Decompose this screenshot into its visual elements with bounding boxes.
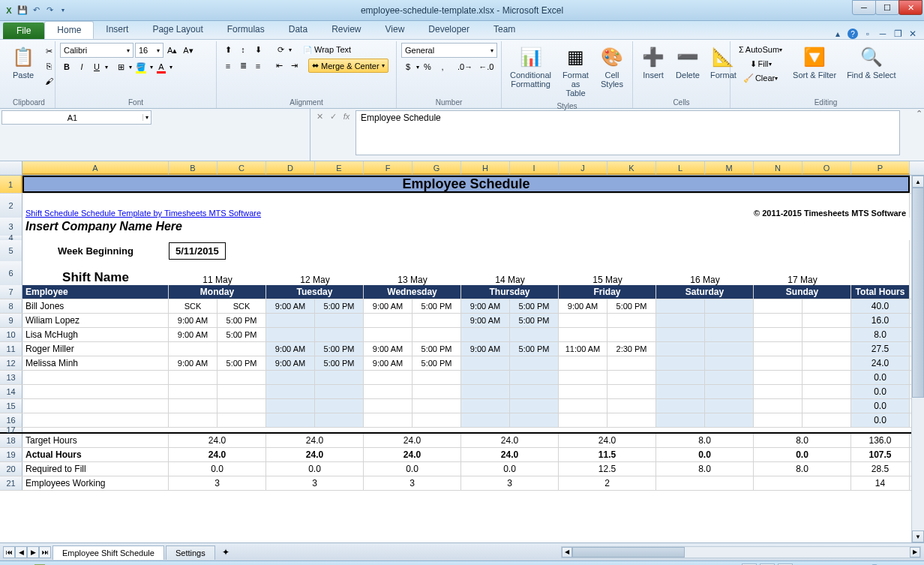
decrease-decimal-icon[interactable]: ←.0 <box>476 60 496 74</box>
time-cell[interactable] <box>754 399 802 413</box>
doc-minimize-icon[interactable]: ─ <box>878 29 888 39</box>
summary-value[interactable]: 8.0 <box>656 462 754 476</box>
copy-icon[interactable]: ⎘ <box>42 59 56 73</box>
ribbon-tab-developer[interactable]: Developer <box>416 21 482 39</box>
summary-value[interactable] <box>754 476 851 490</box>
row-header[interactable]: 5 <box>0 240 22 261</box>
decrease-indent-icon[interactable]: ⇤ <box>272 59 286 73</box>
time-cell[interactable] <box>656 356 705 370</box>
time-cell[interactable] <box>364 399 412 413</box>
time-cell[interactable] <box>559 356 608 370</box>
time-cell[interactable] <box>705 385 754 398</box>
time-cell[interactable]: 9:00 AM <box>364 342 412 356</box>
scroll-right-icon[interactable]: ▶ <box>910 547 920 557</box>
summary-label[interactable]: Target Hours <box>22 434 169 447</box>
time-cell[interactable]: 9:00 AM <box>169 314 218 327</box>
time-cell[interactable] <box>705 299 754 313</box>
row-header[interactable]: 2 <box>0 194 22 218</box>
time-cell[interactable] <box>412 328 461 341</box>
spreadsheet-grid[interactable]: ABCDEFGHIJKLMNOP 1Employee Schedule2Shif… <box>0 161 924 542</box>
time-cell[interactable] <box>754 299 802 313</box>
cut-icon[interactable]: ✂ <box>42 44 56 58</box>
column-header[interactable]: O <box>802 161 851 175</box>
worksheet-tab[interactable]: Settings <box>166 545 215 560</box>
employee-name[interactable]: Melissa Minh <box>22 356 169 370</box>
column-header[interactable]: D <box>266 161 315 175</box>
time-cell[interactable] <box>754 356 802 370</box>
total-cell[interactable]: 40.0 <box>851 299 910 313</box>
time-cell[interactable] <box>315 413 364 427</box>
time-cell[interactable] <box>656 413 705 427</box>
summary-label[interactable]: Actual Hours <box>22 448 169 461</box>
summary-value[interactable]: 24.0 <box>461 448 559 461</box>
employee-name[interactable] <box>22 399 169 413</box>
fill-color-button[interactable]: 🪣 <box>134 60 148 74</box>
help-icon[interactable]: ? <box>848 29 858 39</box>
minimize-button[interactable]: ─ <box>852 0 876 15</box>
summary-value[interactable]: 3 <box>266 476 364 490</box>
increase-indent-icon[interactable]: ⇥ <box>287 59 301 73</box>
ribbon-tab-team[interactable]: Team <box>482 21 527 39</box>
row-header[interactable]: 8 <box>0 299 22 313</box>
time-cell[interactable] <box>461 328 510 341</box>
time-cell[interactable] <box>608 385 656 398</box>
time-cell[interactable]: 5:00 PM <box>412 356 461 370</box>
time-cell[interactable] <box>608 328 656 341</box>
expand-formula-icon[interactable]: ⌃ <box>914 109 924 122</box>
time-cell[interactable] <box>705 342 754 356</box>
summary-value[interactable]: 12.5 <box>559 462 656 476</box>
time-cell[interactable] <box>218 413 266 427</box>
time-cell[interactable] <box>461 413 510 427</box>
column-header[interactable]: I <box>510 161 559 175</box>
summary-value[interactable]: 3 <box>169 476 266 490</box>
time-cell[interactable] <box>266 371 315 384</box>
employee-name[interactable]: Bill Jones <box>22 299 169 313</box>
summary-value[interactable]: 0.0 <box>169 462 266 476</box>
total-cell[interactable]: 8.0 <box>851 328 910 341</box>
tab-prev-icon[interactable]: ◀ <box>15 546 27 558</box>
summary-value[interactable]: 11.5 <box>559 448 656 461</box>
time-cell[interactable]: 5:00 PM <box>412 299 461 313</box>
time-cell[interactable]: SCK <box>218 299 266 313</box>
time-cell[interactable] <box>315 385 364 398</box>
column-header[interactable]: E <box>315 161 364 175</box>
time-cell[interactable] <box>754 385 802 398</box>
company-cell[interactable]: Insert Company Name Here <box>22 218 910 236</box>
time-cell[interactable]: 9:00 AM <box>559 299 608 313</box>
time-cell[interactable] <box>315 371 364 384</box>
time-cell[interactable] <box>510 356 559 370</box>
time-cell[interactable] <box>802 371 851 384</box>
employee-name[interactable]: Lisa McHugh <box>22 328 169 341</box>
time-cell[interactable] <box>266 399 315 413</box>
time-cell[interactable] <box>559 314 608 327</box>
time-cell[interactable] <box>656 328 705 341</box>
time-cell[interactable]: 5:00 PM <box>315 299 364 313</box>
time-cell[interactable] <box>656 371 705 384</box>
day-header[interactable]: Friday <box>559 285 656 299</box>
time-cell[interactable] <box>559 328 608 341</box>
day-header[interactable]: Monday <box>169 285 266 299</box>
total-header[interactable]: Total Hours <box>851 285 910 299</box>
doc-close-icon[interactable]: ✕ <box>908 29 918 39</box>
font-size-combo[interactable]: 16▾ <box>135 43 164 58</box>
employee-name[interactable] <box>22 385 169 398</box>
time-cell[interactable] <box>754 413 802 427</box>
shift-name-cell[interactable]: Shift Name <box>22 261 169 285</box>
date-header[interactable]: 11 May <box>169 261 266 285</box>
time-cell[interactable] <box>608 371 656 384</box>
column-header[interactable]: N <box>754 161 802 175</box>
time-cell[interactable]: 5:00 PM <box>315 342 364 356</box>
row-header[interactable]: 10 <box>0 328 22 341</box>
tab-next-icon[interactable]: ▶ <box>27 546 39 558</box>
percent-icon[interactable]: % <box>421 60 434 74</box>
date-header[interactable]: 13 May <box>364 261 461 285</box>
time-cell[interactable] <box>266 328 315 341</box>
tab-last-icon[interactable]: ⏭ <box>39 546 51 558</box>
time-cell[interactable]: 5:00 PM <box>218 328 266 341</box>
row-header[interactable]: 11 <box>0 342 22 356</box>
time-cell[interactable] <box>559 413 608 427</box>
maximize-button[interactable]: ☐ <box>875 0 899 15</box>
close-button[interactable]: ✕ <box>898 0 922 15</box>
time-cell[interactable]: 9:00 AM <box>266 299 315 313</box>
ribbon-tab-home[interactable]: Home <box>44 21 94 39</box>
